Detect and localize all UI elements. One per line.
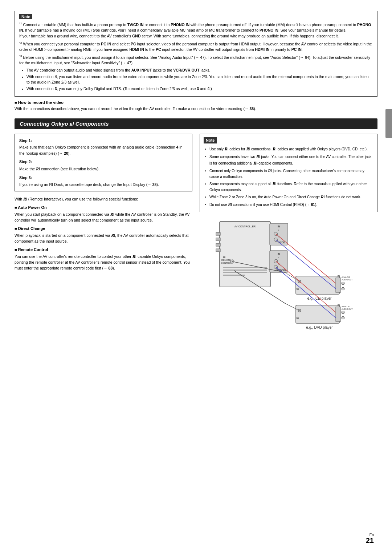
svg-text:e.g., DVD player: e.g., DVD player	[306, 325, 333, 329]
how-to-record-heading: How to record the video	[15, 100, 377, 105]
connecting-header: Connecting Onkyo RI Components	[15, 118, 377, 129]
step2-text: Make the RI connection (see illustration…	[19, 166, 188, 173]
ri-note-3: Connect only Onkyo components to RI jack…	[209, 167, 373, 179]
how-to-record-section: How to record the video With the connect…	[15, 100, 377, 112]
remote-control-heading: Remote Control	[15, 247, 192, 252]
footnote-2: *2 When you connect your personal comput…	[19, 41, 373, 53]
note-bullets: The AV controller can output audio and v…	[19, 68, 373, 92]
svg-rect-38	[296, 305, 339, 323]
left-column: Step 1: Make sure that each Onkyo compon…	[15, 134, 192, 331]
svg-text:IN: IN	[278, 252, 280, 255]
right-tab	[385, 109, 392, 138]
svg-text:TV/CD: TV/CD	[278, 241, 285, 244]
ri-note-list: Use only RI cables for RI connections. R…	[204, 146, 373, 208]
how-to-record-text: With the connections described above, yo…	[15, 106, 377, 112]
svg-rect-3	[216, 238, 220, 241]
svg-text:AUDIO OUT: AUDIO OUT	[342, 279, 353, 281]
page-number-block: En 21	[366, 533, 374, 544]
diagram-area: AV CONTROLLER RI REMOTE CONTROL	[200, 218, 377, 331]
svg-rect-12	[223, 272, 267, 273]
svg-rect-31	[336, 278, 341, 292]
ri-intro-text: With RI (Remote Interactive), you can us…	[15, 196, 192, 202]
page-number: 21	[366, 537, 374, 544]
svg-text:AV CONTROLLER: AV CONTROLLER	[234, 225, 256, 228]
auto-power-text: When you start playback on a component c…	[15, 211, 192, 223]
steps-box: Step 1: Make sure that each Onkyo compon…	[15, 134, 192, 192]
note-content: *1 Connect a turntable (MM) that has bui…	[19, 21, 373, 92]
main-two-col: Step 1: Make sure that each Onkyo compon…	[15, 134, 377, 331]
right-column: Note Use only RI cables for RI connectio…	[200, 134, 377, 331]
step3-text: If you're using an RI Dock, or cassette …	[19, 182, 188, 188]
svg-point-46	[342, 316, 344, 319]
footnote-3: *3 Before using the multichannel input, …	[19, 54, 373, 66]
svg-rect-41	[336, 307, 341, 321]
svg-rect-28	[296, 276, 339, 294]
svg-rect-2	[216, 232, 220, 235]
svg-point-36	[342, 287, 344, 290]
svg-rect-5	[216, 249, 220, 252]
ri-note-5: While Zone 2 or Zone 3 is on, the Auto P…	[209, 194, 373, 200]
ri-note-2: Some components have two RI jacks. You c…	[209, 153, 373, 166]
svg-rect-0	[220, 222, 270, 287]
direct-change-text: When playback is started on a component …	[15, 232, 192, 244]
svg-text:FH: FH	[296, 317, 299, 319]
svg-text:ANALOG: ANALOG	[342, 276, 350, 278]
step1-label: Step 1:	[19, 138, 188, 144]
svg-text:AUDIO OUT: AUDIO OUT	[342, 308, 353, 310]
ri-note-label: Note	[204, 137, 217, 144]
ri-note-4: Some components may not support all RI f…	[209, 181, 373, 193]
top-note-box: Note *1 Connect a turntable (MM) that ha…	[15, 11, 377, 97]
bullet-3: With connection 3, you can enjoy Dolby D…	[26, 86, 373, 92]
svg-text:REMOTE: REMOTE	[221, 259, 231, 261]
svg-text:IN: IN	[278, 225, 280, 228]
ri-note-box: Note Use only RI cables for RI connectio…	[200, 134, 377, 212]
bullet-2: With connection 4, you can listen and re…	[26, 74, 373, 86]
svg-text:RI: RI	[338, 275, 340, 277]
step1-text: Make sure that each Onkyo component is c…	[19, 144, 188, 157]
ri-note-6: Do not use RI connections if you use HDM…	[209, 201, 373, 208]
svg-rect-11	[223, 270, 267, 271]
bullet-1: The AV controller can output audio and v…	[26, 68, 373, 73]
svg-text:RI: RI	[338, 304, 340, 306]
svg-text:RI: RI	[223, 256, 225, 258]
remote-control-text: You can use the AV controller's remote c…	[15, 253, 192, 271]
footnote-1: *1 Connect a turntable (MM) that has bui…	[19, 21, 373, 39]
auto-power-heading: Auto Power On	[15, 205, 192, 210]
step3-label: Step 3:	[19, 175, 188, 181]
svg-rect-4	[216, 243, 220, 246]
direct-change-heading: Direct Change	[15, 226, 192, 231]
svg-point-45	[342, 311, 344, 314]
svg-text:CONTROL: CONTROL	[221, 262, 232, 264]
note-label: Note	[19, 14, 32, 19]
step2-label: Step 2:	[19, 159, 188, 165]
connection-diagram: AV CONTROLLER RI REMOTE CONTROL	[212, 218, 365, 331]
svg-text:ANALOG: ANALOG	[342, 305, 350, 308]
ri-note-1: Use only RI cables for RI connections. R…	[209, 146, 373, 152]
svg-text:FH: FH	[296, 288, 299, 290]
svg-point-35	[342, 282, 344, 285]
